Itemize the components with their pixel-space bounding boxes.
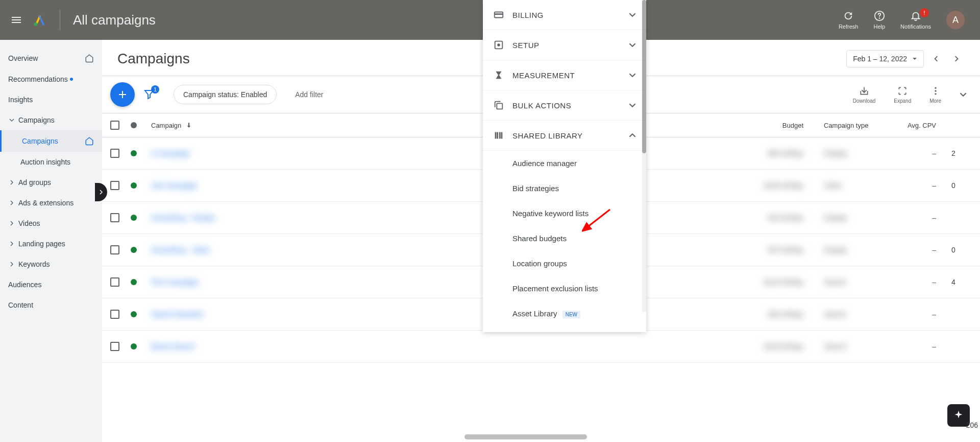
sidebar-landing-pages[interactable]: Landing pages <box>0 234 102 254</box>
horizontal-scrollbar[interactable] <box>464 434 587 439</box>
campaign-name[interactable]: Test Campaign <box>151 278 199 286</box>
dropdown-icon <box>912 56 917 61</box>
notifications-button[interactable]: ! Notifications <box>900 10 931 30</box>
plus-icon <box>116 88 129 101</box>
help-button[interactable]: Help <box>873 10 885 30</box>
select-all-checkbox[interactable] <box>110 121 119 130</box>
row-checkbox[interactable] <box>110 213 119 222</box>
chevron-down-icon <box>629 102 636 109</box>
tools-shared-library-section[interactable]: SHARED LIBRARY <box>483 121 646 151</box>
tools-audience-manager[interactable]: Audience manager <box>483 151 646 176</box>
sidebar-nav: Overview Recommendations Insights Campai… <box>0 40 102 442</box>
chevron-right-icon <box>8 241 15 246</box>
sidebar-audiences[interactable]: Audiences <box>0 274 102 295</box>
add-campaign-fab[interactable] <box>110 82 135 107</box>
row-checkbox[interactable] <box>110 181 119 190</box>
sidebar-recommendations[interactable]: Recommendations <box>0 69 102 89</box>
avg-cpv-column-header[interactable]: Avg. CPV <box>890 122 951 129</box>
sidebar-ad-groups[interactable]: Ad groups <box>0 172 102 193</box>
svg-point-0 <box>34 22 37 26</box>
status-column-icon <box>131 122 137 128</box>
sidebar-insights[interactable]: Insights <box>0 89 102 110</box>
header-divider <box>60 10 60 30</box>
hourglass-icon <box>493 69 504 81</box>
partial-number: 206 <box>966 421 978 429</box>
sidebar-videos[interactable]: Videos <box>0 213 102 234</box>
campaign-name[interactable]: Something - Display <box>151 214 215 222</box>
library-icon <box>493 130 504 141</box>
tools-measurement-section[interactable]: MEASUREMENT <box>483 60 646 90</box>
sidebar-campaigns-group[interactable]: Campaigns <box>0 110 102 130</box>
tools-negative-keyword-lists[interactable]: Negative keyword lists <box>483 201 646 226</box>
campaign-name[interactable]: Search Branded <box>151 310 203 318</box>
svg-rect-13 <box>499 132 501 139</box>
chevron-right-icon <box>8 200 15 205</box>
budget-value: $50.00/day <box>768 149 803 157</box>
page-title: Campaigns <box>117 51 190 67</box>
campaign-type-column-header[interactable]: Campaign type <box>824 122 890 129</box>
sidebar-campaigns[interactable]: Campaigns <box>0 130 102 152</box>
row-checkbox[interactable] <box>110 342 119 351</box>
date-next-button[interactable] <box>948 53 965 65</box>
tools-setup-section[interactable]: SETUP <box>483 30 646 60</box>
cpv-value: – <box>932 246 936 254</box>
campaign-name[interactable]: Something - Video <box>151 246 210 254</box>
expand-button[interactable]: Expand <box>889 86 916 104</box>
svg-point-2 <box>879 18 879 18</box>
copy-icon <box>493 100 504 111</box>
chevron-right-icon <box>8 262 15 267</box>
date-range-picker[interactable]: Feb 1 – 12, 2022 <box>846 50 924 67</box>
more-button[interactable]: More <box>924 86 946 104</box>
campaign-name[interactable]: A Campaign <box>151 149 190 157</box>
cpv-value: – <box>932 278 936 286</box>
tools-bulk-actions-section[interactable]: BULK ACTIONS <box>483 90 646 121</box>
sidebar-keywords[interactable]: Keywords <box>0 254 102 274</box>
tools-billing-section[interactable]: BILLING <box>483 0 646 30</box>
panel-scrollbar-thumb[interactable] <box>642 0 646 153</box>
hamburger-menu-icon[interactable] <box>10 14 22 26</box>
last-col-value: 4 <box>951 278 955 286</box>
chevron-down-icon <box>960 91 967 98</box>
tools-location-groups[interactable]: Location groups <box>483 251 646 276</box>
toolbar-collapse-button[interactable] <box>954 91 972 98</box>
home-icon <box>85 136 94 146</box>
sidebar-ads-extensions[interactable]: Ads & extensions <box>0 193 102 213</box>
chevron-up-icon <box>629 132 636 139</box>
row-checkbox[interactable] <box>110 149 119 158</box>
more-vert-icon <box>930 86 941 96</box>
chevron-right-icon <box>8 221 15 226</box>
cpv-value: – <box>932 214 936 222</box>
campaign-type-value: Search <box>824 342 846 351</box>
filter-button[interactable]: 1 <box>143 88 155 101</box>
campaign-name[interactable]: Job Campaign <box>151 181 197 190</box>
add-filter-button[interactable]: Add filter <box>295 90 323 99</box>
cpv-value: – <box>932 181 936 190</box>
sidebar-content[interactable]: Content <box>0 295 102 315</box>
svg-rect-14 <box>501 132 503 139</box>
row-checkbox[interactable] <box>110 277 119 287</box>
svg-rect-11 <box>495 132 497 139</box>
tools-shared-budgets[interactable]: Shared budgets <box>483 226 646 251</box>
refresh-button[interactable]: Refresh <box>839 10 859 30</box>
table-row[interactable]: Brand Search $100.00/day Search – <box>102 331 980 363</box>
campaign-name[interactable]: Brand Search <box>151 342 195 351</box>
status-filter-chip[interactable]: Campaign status: Enabled <box>174 85 277 104</box>
svg-rect-12 <box>497 132 498 139</box>
sidebar-overview[interactable]: Overview <box>0 48 102 69</box>
budget-value: $100.00/day <box>764 181 803 190</box>
row-checkbox[interactable] <box>110 245 119 254</box>
tools-placement-exclusion-lists[interactable]: Placement exclusion lists <box>483 276 646 301</box>
chevron-down-icon <box>629 41 636 49</box>
tools-asset-library[interactable]: Asset Library NEW <box>483 301 646 326</box>
sidebar-auction-insights[interactable]: Auction insights <box>0 152 102 172</box>
budget-column-header[interactable]: Budget <box>706 122 824 129</box>
row-checkbox[interactable] <box>110 310 119 319</box>
download-button[interactable]: Download <box>848 86 880 104</box>
budget-value: $10.00/day <box>768 214 803 222</box>
user-avatar[interactable]: A <box>946 11 965 29</box>
date-prev-button[interactable] <box>928 53 944 65</box>
status-dot-icon <box>131 150 137 156</box>
tools-bid-strategies[interactable]: Bid strategies <box>483 176 646 201</box>
tools-dropdown-panel: BILLING SETUP MEASUREMENT BULK ACTIONS S… <box>483 0 646 332</box>
chevron-down-icon <box>8 118 15 123</box>
